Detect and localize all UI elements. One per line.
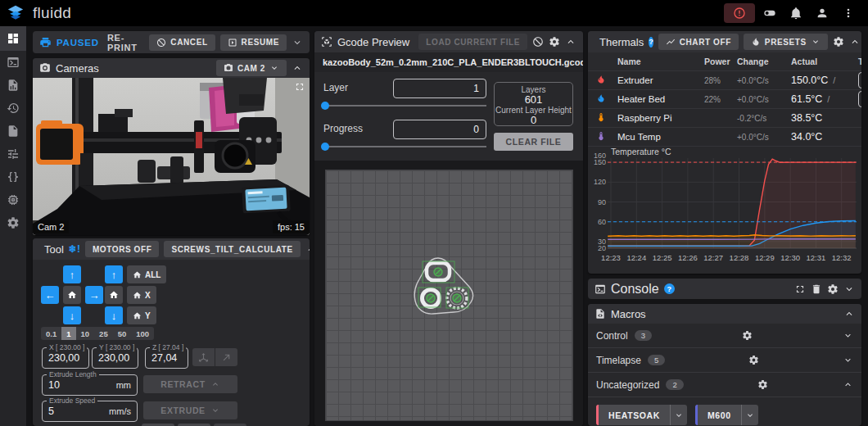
thermal-row-heater-bed[interactable]: Heater Bed22%+0.0°C/s61.5°C/60°C <box>588 90 861 109</box>
macro-group-uncategorized[interactable]: Uncategorized2 <box>588 373 861 397</box>
macro-dropdown-chevron[interactable] <box>741 405 758 425</box>
sidebar-item-jobs[interactable] <box>0 74 26 97</box>
extrude-speed-field[interactable]: Extrude Speed5mm/s <box>42 401 138 422</box>
gcode-viewer[interactable] <box>314 161 583 426</box>
load-current-file-button[interactable]: LOAD CURRENT FILE <box>418 34 527 50</box>
account-button[interactable] <box>811 3 834 23</box>
macro-button-heatsoak[interactable]: HEATSOAK <box>596 405 687 425</box>
gcode-settings-gear-icon[interactable] <box>549 36 560 48</box>
sidebar-item-dashboard[interactable] <box>0 26 26 51</box>
thermals-collapse-chevron[interactable] <box>849 36 861 48</box>
macro-group-settings-gear-icon[interactable] <box>748 355 759 365</box>
home-xy-button[interactable] <box>63 286 81 304</box>
move-step-10[interactable]: 10 <box>76 327 95 340</box>
screws-tilt-calculate-button[interactable]: SCREWS_TILT_CALCULATE <box>164 241 300 257</box>
console-trash-icon[interactable] <box>811 283 822 295</box>
console-collapse-chevron[interactable] <box>843 283 855 295</box>
jog-z-up-button[interactable]: ↑ <box>105 265 123 283</box>
home-all-button[interactable]: ALL <box>127 265 166 283</box>
sidebar-item-system[interactable] <box>0 188 26 211</box>
gcode-collapse-chevron[interactable] <box>565 36 576 48</box>
move-step-0.1[interactable]: 0.1 <box>41 327 61 340</box>
tool-collapse-chevron[interactable] <box>305 243 310 255</box>
position-relative-toggle[interactable] <box>215 348 237 366</box>
macros-collapse-chevron[interactable] <box>843 308 855 320</box>
sidebar-item-history[interactable] <box>0 97 26 120</box>
chart-line-icon <box>666 37 676 47</box>
status-menu-chevron[interactable] <box>292 37 303 48</box>
cameras-collapse-chevron[interactable] <box>292 62 303 74</box>
thermal-row-raspberry-pi[interactable]: Raspberry Pi-0.2°C/s38.5°C <box>588 109 861 128</box>
notifications-bell-button[interactable] <box>784 3 807 23</box>
thermals-help-badge[interactable]: ? <box>649 37 653 48</box>
macro-group-settings-gear-icon[interactable] <box>742 330 753 341</box>
reprint-button[interactable]: RE-PRINT <box>107 33 141 52</box>
macro-group-control[interactable]: Control3 <box>588 324 861 348</box>
thermals-settings-gear-icon[interactable] <box>833 36 844 48</box>
jog-z-down-button[interactable]: ↓ <box>105 306 123 324</box>
overflow-menu-icon <box>842 7 855 20</box>
home-y-button[interactable]: Y <box>127 306 156 324</box>
layer-input[interactable]: 1 <box>393 79 486 98</box>
clear-file-button[interactable]: CLEAR FILE <box>494 133 573 151</box>
x-position-field[interactable]: X [ 230.00 ]230,00 <box>42 347 89 369</box>
chart-toggle-button[interactable]: CHART OFF <box>658 34 739 50</box>
svg-text:12:23: 12:23 <box>601 253 621 262</box>
macro-group-timelapse[interactable]: Timelapse5 <box>588 348 861 373</box>
home-x-button[interactable]: X <box>127 286 156 304</box>
home-z-button[interactable] <box>105 286 123 304</box>
progress-slider[interactable] <box>323 146 486 147</box>
column-header-name: Name <box>617 57 704 66</box>
retract-button[interactable]: RETRACT <box>143 375 237 393</box>
resume-button[interactable]: RESUME <box>220 34 287 51</box>
flame-icon <box>596 75 606 84</box>
chevron-down-icon[interactable] <box>843 330 853 341</box>
move-step-100[interactable]: 100 <box>131 327 154 340</box>
cancel-button[interactable]: CANCEL <box>149 34 215 51</box>
sidebar-item-settings[interactable] <box>0 211 26 234</box>
console-fullscreen-icon[interactable] <box>794 283 806 295</box>
thermal-row-mcu-temp[interactable]: Mcu Temp+0.0°C/s34.0°C <box>588 128 861 147</box>
sidebar-item-macros-braces[interactable] <box>0 165 26 188</box>
extrude-length-field[interactable]: Extrude Length10mm <box>42 374 138 396</box>
svg-text:12:24: 12:24 <box>626 253 646 262</box>
tune-icon <box>7 147 20 161</box>
axis-arrow-icon <box>198 352 209 363</box>
y-position-field[interactable]: Y [ 230.00 ]230,00 <box>92 347 138 369</box>
progress-input[interactable]: 0 <box>393 120 486 139</box>
move-step-25[interactable]: 25 <box>94 327 113 340</box>
move-step-50[interactable]: 50 <box>113 327 132 340</box>
motors-off-button[interactable]: MOTORS OFF <box>85 241 159 257</box>
console-help-badge[interactable]: ? <box>664 283 675 294</box>
layer-slider[interactable] <box>323 105 486 106</box>
chevron-up-icon[interactable] <box>843 379 853 390</box>
jog-x-minus-button[interactable]: ← <box>41 286 59 304</box>
jog-x-plus-button[interactable]: → <box>85 286 103 304</box>
sidebar-item-tune[interactable] <box>0 143 26 165</box>
target-input-extruder[interactable]: 150°C <box>858 72 861 88</box>
flame-icon <box>751 37 761 47</box>
move-step-1[interactable]: 1 <box>61 327 75 340</box>
thermal-row-extruder[interactable]: Extruder28%+0.0°C/s150.0°C/150°C <box>588 71 861 90</box>
emergency-stop-button[interactable] <box>724 3 755 23</box>
macro-dropdown-chevron[interactable] <box>670 405 687 425</box>
target-input-heater-bed[interactable]: 60°C <box>858 91 861 107</box>
move-step-selector: 0.11102550100 <box>41 327 154 340</box>
macro-button-m600[interactable]: M600 <box>695 405 758 425</box>
toggle-switch-button[interactable] <box>758 3 781 23</box>
camera-select-button[interactable]: CAM 2 <box>216 60 287 76</box>
jog-y-plus-button[interactable]: ↑ <box>63 265 81 283</box>
jog-y-minus-button[interactable]: ↓ <box>63 306 81 324</box>
sidebar-item-console[interactable] <box>0 51 26 74</box>
extrude-button[interactable]: EXTRUDE <box>143 401 237 419</box>
overflow-menu-button[interactable] <box>837 3 860 23</box>
chevron-down-icon[interactable] <box>843 355 853 365</box>
z-position-field[interactable]: Z [ 27.04 ]27,04 <box>145 347 188 369</box>
sidebar-item-file-config[interactable] <box>0 120 26 143</box>
camera-fullscreen-icon[interactable] <box>294 81 305 96</box>
presets-button[interactable]: PRESETS <box>744 34 828 50</box>
macro-group-settings-gear-icon[interactable] <box>757 379 768 390</box>
console-settings-gear-icon[interactable] <box>827 283 839 295</box>
gcode-cancel-icon[interactable] <box>532 36 544 48</box>
position-absolute-toggle[interactable] <box>192 348 215 366</box>
